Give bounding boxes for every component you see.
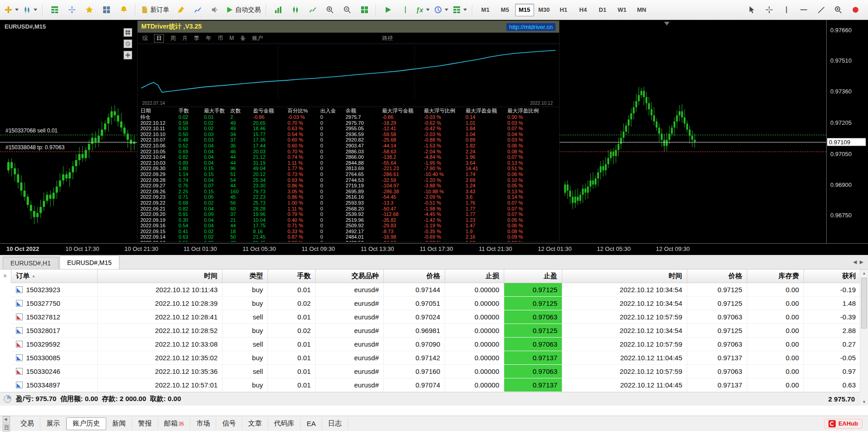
periods-button[interactable] [432,3,450,17]
timeframe-h1[interactable]: H1 [554,4,573,16]
zoom-in-button[interactable] [322,3,338,17]
history-row[interactable]: 1503277502022.10.12 10:28:39buy0.02eurus… [11,297,861,310]
bottom-tab-news[interactable]: 新闻 [106,418,132,430]
history-header-cell[interactable]: 库存费 [747,269,804,283]
new-order-button[interactable]: 新订单 [139,3,171,17]
history-header-cell[interactable]: 价格 [687,269,747,283]
bottom-tab-articles[interactable]: 文章 [242,418,268,430]
trendline-tool-button[interactable] [813,3,829,17]
price-axis[interactable]: 0.976600.975100.973600.972050.970500.969… [826,20,868,244]
history-header-cell[interactable]: 时间 [98,269,223,283]
history-row[interactable]: 1503280172022.10.12 10:28:52buy0.02eurus… [11,324,861,338]
terminal-button[interactable] [98,3,114,17]
mtdriver-menu-item-5[interactable]: 季 [194,34,199,42]
history-row[interactable]: 1503348972022.10.12 10:57:01buy0.01eurus… [11,378,861,392]
mtdriver-link[interactable]: http://mtdriver.cn [506,23,556,31]
chart-tab-eurusd-h1[interactable]: EURUSD#,H1 [3,257,59,269]
market-watch-button[interactable] [46,3,63,17]
history-row[interactable]: 1503239232022.10.12 10:11:43buy0.01eurus… [11,283,861,297]
bottom-tab-experts[interactable]: EA [301,418,322,430]
time-axis[interactable]: 10 Oct 202210 Oct 17:3010 Oct 21:3011 Oc… [0,243,868,255]
scroll-up-icon[interactable] [860,269,868,277]
timeframe-m15[interactable]: M15 [515,4,534,16]
clear-charts-button[interactable] [172,3,188,17]
mtdriver-menu-item-7[interactable]: 币 [218,34,223,42]
mtdriver-header[interactable]: MTDriver统计 ,V3.25 http://mtdriver.cn [138,21,559,33]
history-header-cell[interactable]: 止损 [445,269,504,283]
chart-area[interactable]: EURUSD#,M15 MTDriver统计 ,V3.25 http://mtd… [0,20,868,255]
chart-shift-marker-icon[interactable] [664,22,670,25]
scroll-down-icon[interactable] [860,398,868,406]
history-header-cell[interactable]: 手数 [268,269,316,283]
timeframe-w1[interactable]: W1 [613,4,632,16]
close-icon[interactable] [3,272,7,279]
bottom-tab-journal[interactable]: 日志 [322,418,348,430]
bottom-tab-mailbox[interactable]: 邮箱35 [158,418,190,430]
mtdriver-menu-item-9[interactable]: 备 [240,34,246,42]
candle-chart-button[interactable] [287,3,303,17]
timeframe-h4[interactable]: H4 [574,4,593,16]
indicators-button[interactable] [414,3,432,17]
bottom-tab-market[interactable]: 市场 [190,418,216,430]
bottom-tab-alerts[interactable]: 警报 [132,418,158,430]
tabs-scroll-left-icon[interactable] [853,259,857,265]
tabs-scroll-right-icon[interactable] [860,259,863,265]
horizontal-line-tool-button[interactable] [795,3,812,17]
bar-chart-button[interactable] [270,3,286,17]
new-order-menu-button[interactable] [3,3,20,17]
history-row[interactable]: 1503278122022.10.12 10:28:41sell0.01euru… [11,310,861,324]
timeframe-d1[interactable]: D1 [593,4,612,16]
mtdriver-menu-item-10[interactable]: 账户 [252,34,263,42]
navigator-button[interactable] [81,3,97,17]
alerts-button[interactable] [115,3,132,17]
bottom-tab-trade[interactable]: 交易 [15,418,40,430]
mtdriver-menu-item-8[interactable]: M [229,35,234,41]
history-header-cell[interactable]: 止盈 [504,269,562,283]
status-dot-button[interactable] [847,3,863,17]
history-header-cell[interactable]: 订单 [11,269,98,283]
bottom-tab-codebase[interactable]: 代码库 [268,418,301,430]
panel-refresh-icon[interactable] [124,39,132,48]
magnifier-tool-button[interactable] [830,3,846,17]
history-row[interactable]: 1503302462022.10.12 10:35:36sell0.01euru… [11,365,861,378]
mtdriver-menu-item-3[interactable]: 周 [170,34,176,42]
panel-objects-icon[interactable] [124,28,132,37]
mtdriver-menu-item-2[interactable]: 日 [154,34,164,43]
chart-shift-button[interactable] [397,3,413,17]
zoom-out-button[interactable] [339,3,355,17]
timeframe-mn[interactable]: MN [632,4,651,16]
chart-window-menu-button[interactable] [21,3,39,17]
mtdriver-menu-path[interactable]: 路径 [382,34,393,42]
bottom-tab-signals[interactable]: 信号 [216,418,242,430]
vertical-line-tool-button[interactable] [778,3,794,17]
eahub-branding[interactable]: EAHub [824,419,863,429]
auto-scroll-button[interactable] [380,3,396,17]
history-header-cell[interactable]: 类型 [223,269,268,283]
sounds-button[interactable] [207,3,223,17]
templates-button[interactable] [451,3,469,17]
dock-panel-icon[interactable] [3,424,10,431]
history-row[interactable]: 1503300852022.10.12 10:35:02buy0.01eurus… [11,351,861,365]
cursor-tool-button[interactable] [744,3,760,17]
line-chart-button[interactable] [304,3,321,17]
chart-tab-eurusd-m15[interactable]: EURUSD#,M15 [60,255,119,269]
history-header-cell[interactable]: 获利 [804,269,861,283]
timeframe-m5[interactable]: M5 [496,4,515,16]
mtdriver-menu-item-1[interactable]: 综 [142,34,148,42]
bottom-tab-account-history[interactable]: 账户历史 [66,417,106,430]
history-row[interactable]: 1503295922022.10.12 10:33:08sell0.01euru… [11,338,861,351]
timeframe-m1[interactable]: M1 [476,4,495,16]
tile-windows-button[interactable] [356,3,372,17]
history-scrollbar[interactable] [860,269,868,406]
mtdriver-menu-item-6[interactable]: 年 [206,34,211,42]
bottom-tab-exposure[interactable]: 展示 [40,418,66,430]
history-header-cell[interactable]: 价格 [384,269,445,283]
autotrading-button[interactable]: 自动交易 [224,3,263,17]
mtdriver-menu-item-4[interactable]: 月 [182,34,188,42]
dock-sound-icon[interactable] [3,416,10,423]
history-header-cell[interactable]: 交易品种 [316,269,384,283]
panel-add-icon[interactable] [124,51,132,59]
metaeditor-button[interactable] [189,3,206,17]
data-window-button[interactable] [64,3,80,17]
timeframe-m30[interactable]: M30 [535,4,554,16]
